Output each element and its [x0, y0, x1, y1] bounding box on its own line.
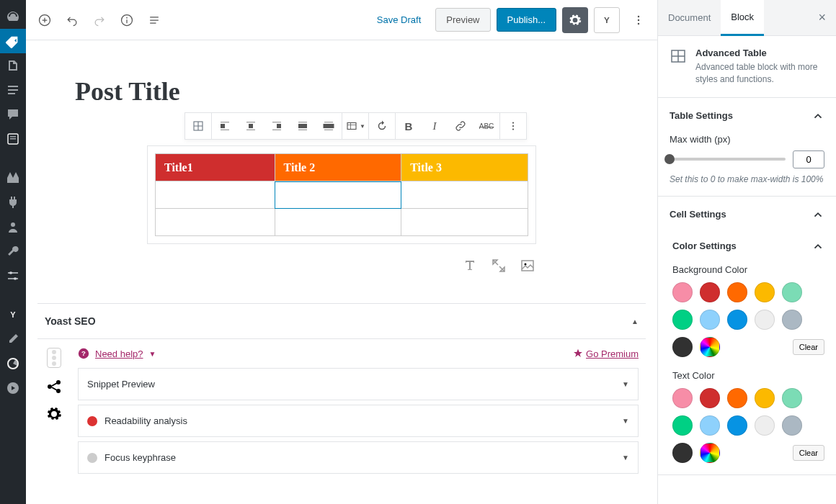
align-full-button[interactable]	[316, 113, 342, 139]
block-more-button[interactable]	[500, 113, 526, 139]
color-swatch[interactable]	[672, 415, 693, 436]
yoast-toggle-button[interactable]: Y	[594, 7, 620, 33]
table-header-cell[interactable]: Title 3	[401, 154, 528, 181]
publish-button[interactable]: Publish...	[497, 8, 556, 32]
admin-menu-settings[interactable]	[0, 264, 26, 288]
table-header-cell[interactable]: Title 2	[275, 154, 401, 181]
link-button[interactable]	[448, 113, 473, 139]
color-swatch[interactable]	[782, 388, 802, 408]
clear-text-color-button[interactable]: Clear	[793, 445, 824, 461]
undo-button[interactable]	[59, 7, 85, 33]
clear-bg-color-button[interactable]: Clear	[793, 339, 824, 355]
redo-button[interactable]	[86, 7, 112, 33]
color-swatch[interactable]	[672, 388, 693, 408]
table-cell[interactable]	[401, 181, 528, 209]
table-cell[interactable]	[156, 181, 275, 209]
info-button[interactable]	[114, 7, 140, 33]
yoast-panel-toggle[interactable]: Yoast SEO ▲	[37, 304, 646, 339]
color-swatch[interactable]	[672, 310, 693, 330]
admin-menu-tools[interactable]	[0, 239, 26, 264]
color-swatch[interactable]	[700, 282, 720, 302]
admin-menu-users[interactable]	[0, 215, 26, 239]
post-title[interactable]: Post Title	[75, 76, 493, 107]
go-premium-link[interactable]: Go Premium	[573, 348, 639, 359]
admin-menu-appearance[interactable]	[0, 166, 26, 190]
need-help-link[interactable]: Need help?	[95, 348, 143, 359]
custom-color-swatch[interactable]	[700, 337, 720, 357]
yoast-traffic-icon[interactable]	[47, 348, 61, 368]
bold-button[interactable]: B	[396, 113, 422, 139]
color-swatch[interactable]	[782, 310, 802, 330]
svg-rect-1	[8, 89, 18, 91]
cell-settings-toggle[interactable]: Cell Settings	[658, 197, 836, 233]
color-swatch[interactable]	[700, 415, 720, 436]
table-edit-button[interactable]: ▼	[342, 113, 368, 139]
max-width-input[interactable]	[793, 150, 824, 168]
align-wide-button[interactable]	[290, 113, 316, 139]
color-swatch[interactable]	[755, 310, 775, 330]
color-swatch[interactable]	[727, 282, 747, 302]
readability-row[interactable]: Readability analysis ▼	[78, 405, 639, 437]
admin-menu-plugins[interactable]	[0, 190, 26, 215]
more-menu-button[interactable]	[626, 7, 652, 33]
block-info: Advanced Table Advanced table block with…	[658, 36, 836, 98]
focus-keyphrase-row[interactable]: Focus keyphrase ▼	[78, 441, 639, 474]
table-cell[interactable]	[275, 181, 401, 209]
tab-block[interactable]: Block	[721, 0, 764, 36]
admin-menu-dashboard[interactable]	[0, 4, 26, 29]
admin-menu-posts[interactable]	[0, 29, 26, 53]
admin-menu-video[interactable]	[0, 376, 26, 400]
admin-menu-seo[interactable]: Y	[0, 302, 26, 327]
custom-color-swatch[interactable]	[700, 443, 720, 463]
admin-menu-media[interactable]	[0, 53, 26, 78]
color-swatch[interactable]	[755, 415, 775, 436]
color-settings-toggle[interactable]: Color Settings	[672, 233, 824, 260]
table-cell[interactable]	[275, 209, 401, 236]
table-block[interactable]: Title1 Title 2 Title 3	[147, 145, 536, 244]
color-swatch[interactable]	[672, 337, 693, 357]
bg-color-label: Background Color	[672, 264, 824, 275]
table-settings-toggle[interactable]: Table Settings	[658, 98, 836, 134]
preview-button[interactable]: Preview	[435, 8, 490, 32]
expand-icon[interactable]	[490, 257, 507, 274]
max-width-slider[interactable]	[670, 158, 786, 161]
gear-icon[interactable]	[45, 405, 63, 423]
align-center-button[interactable]	[238, 113, 264, 139]
italic-button[interactable]: I	[422, 113, 448, 139]
color-swatch[interactable]	[727, 388, 747, 408]
color-swatch[interactable]	[727, 310, 747, 330]
table-cell[interactable]	[156, 209, 275, 236]
snippet-preview-row[interactable]: Snippet Preview ▼	[78, 368, 639, 400]
admin-menu-edit[interactable]	[0, 327, 26, 351]
admin-menu-optimize[interactable]	[0, 351, 26, 376]
tab-document[interactable]: Document	[658, 1, 721, 35]
color-swatch[interactable]	[782, 415, 802, 436]
align-right-button[interactable]	[264, 113, 290, 139]
add-block-button[interactable]	[32, 7, 58, 33]
table-cell[interactable]	[401, 209, 528, 236]
close-sidebar-button[interactable]: ×	[808, 10, 836, 25]
color-swatch[interactable]	[755, 388, 775, 408]
text-color-label: Text Color	[672, 370, 824, 381]
color-swatch[interactable]	[727, 415, 747, 436]
text-block-icon[interactable]	[461, 257, 479, 274]
color-swatch[interactable]	[672, 282, 693, 302]
image-block-icon[interactable]	[519, 257, 536, 274]
strikethrough-button[interactable]: ABC	[473, 113, 499, 139]
color-swatch[interactable]	[672, 443, 693, 463]
refresh-button[interactable]	[369, 113, 395, 139]
color-swatch[interactable]	[700, 388, 720, 408]
align-left-button[interactable]	[212, 113, 238, 139]
admin-menu-forms[interactable]	[0, 127, 26, 151]
save-draft-button[interactable]: Save Draft	[368, 9, 430, 31]
share-icon[interactable]	[45, 378, 63, 395]
table-header-cell[interactable]: Title1	[156, 154, 275, 181]
color-swatch[interactable]	[700, 310, 720, 330]
color-swatch[interactable]	[782, 282, 802, 302]
admin-menu-comments[interactable]	[0, 102, 26, 127]
outline-button[interactable]	[141, 7, 167, 33]
admin-menu-pages[interactable]	[0, 78, 26, 102]
color-swatch[interactable]	[755, 282, 775, 302]
block-type-icon[interactable]	[185, 113, 211, 139]
settings-toggle-button[interactable]	[562, 7, 588, 33]
